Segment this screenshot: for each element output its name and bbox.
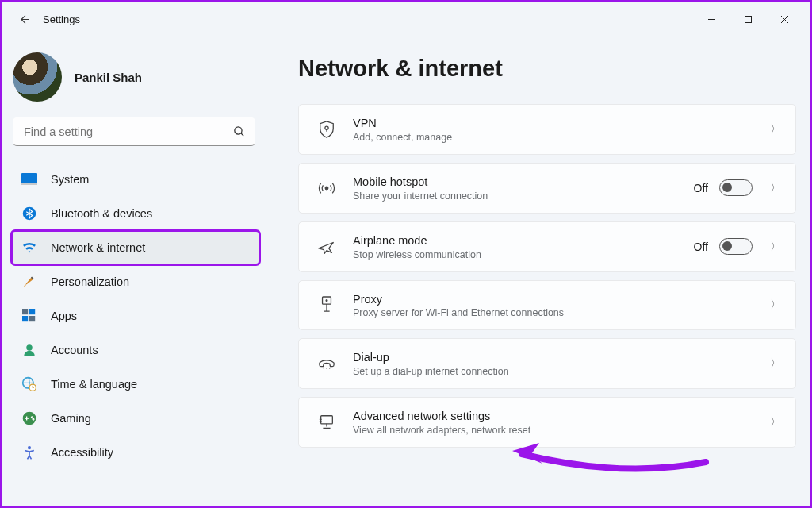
accessibility-icon bbox=[21, 444, 38, 461]
svg-rect-20 bbox=[321, 416, 333, 424]
globe-clock-icon bbox=[21, 375, 38, 393]
svg-point-19 bbox=[326, 300, 327, 302]
card-title: Advanced network settings bbox=[353, 409, 764, 424]
network-adapter-icon bbox=[313, 414, 340, 431]
sidebar-item-system[interactable]: System bbox=[13, 164, 259, 195]
sidebar-item-label: Bluetooth & devices bbox=[51, 207, 152, 220]
close-button[interactable] bbox=[766, 6, 802, 32]
back-arrow-icon bbox=[17, 13, 31, 26]
settings-card-list: VPN Add, connect, manage 〉 Mobile hotspo… bbox=[298, 104, 796, 448]
svg-rect-5 bbox=[21, 183, 37, 185]
page-title: Network & internet bbox=[298, 56, 796, 82]
card-title: Mobile hotspot bbox=[353, 175, 694, 190]
card-title: VPN bbox=[353, 116, 764, 131]
svg-point-11 bbox=[26, 344, 33, 351]
sidebar-item-label: Accounts bbox=[51, 344, 98, 356]
sidebar-item-label: Gaming bbox=[51, 412, 91, 425]
card-subtitle: Stop wireless communication bbox=[353, 249, 694, 260]
svg-rect-10 bbox=[29, 316, 35, 321]
sidebar-item-label: Personalization bbox=[51, 275, 129, 288]
minimize-button[interactable] bbox=[693, 6, 730, 32]
chevron-right-icon: 〉 bbox=[770, 181, 781, 195]
proxy-icon bbox=[313, 295, 340, 314]
hotspot-icon bbox=[313, 180, 340, 196]
chevron-right-icon: 〉 bbox=[770, 240, 781, 254]
chevron-right-icon: 〉 bbox=[770, 122, 781, 137]
sidebar-item-apps[interactable]: Apps bbox=[13, 300, 259, 332]
sidebar-item-personalization[interactable]: Personalization bbox=[13, 266, 259, 298]
card-subtitle: Set up a dial-up internet connection bbox=[353, 366, 764, 377]
sidebar-item-gaming[interactable]: Gaming bbox=[13, 402, 259, 434]
apps-icon bbox=[21, 307, 38, 325]
card-proxy[interactable]: Proxy Proxy server for Wi-Fi and Etherne… bbox=[298, 280, 796, 331]
toggle-state-label: Off bbox=[694, 182, 708, 194]
shield-icon bbox=[313, 120, 340, 139]
search-box[interactable] bbox=[13, 117, 255, 146]
dialup-icon bbox=[313, 356, 340, 371]
card-title: Airplane mode bbox=[353, 233, 694, 248]
svg-point-17 bbox=[325, 187, 328, 190]
hotspot-toggle[interactable] bbox=[719, 179, 753, 196]
sidebar-item-time-language[interactable]: Time & language bbox=[13, 368, 259, 400]
chevron-right-icon: 〉 bbox=[770, 356, 781, 371]
system-icon bbox=[21, 171, 38, 188]
sidebar-item-bluetooth[interactable]: Bluetooth & devices bbox=[13, 198, 259, 229]
sidebar-item-label: Network & internet bbox=[51, 241, 145, 254]
svg-point-14 bbox=[23, 412, 36, 425]
svg-line-3 bbox=[241, 133, 243, 136]
svg-rect-9 bbox=[22, 316, 28, 321]
sidebar-item-network[interactable]: Network & internet bbox=[13, 232, 259, 264]
chevron-right-icon: 〉 bbox=[770, 415, 781, 429]
card-subtitle: Share your internet connection bbox=[353, 190, 694, 202]
sidebar: Pankil Shah System Bluetooth & devices N… bbox=[2, 37, 265, 506]
card-subtitle: Add, connect, manage bbox=[353, 132, 764, 143]
card-mobile-hotspot[interactable]: Mobile hotspot Share your internet conne… bbox=[298, 163, 796, 214]
svg-point-15 bbox=[28, 446, 31, 449]
sidebar-item-label: System bbox=[51, 173, 89, 186]
user-profile[interactable]: Pankil Shah bbox=[13, 46, 259, 117]
card-advanced-network[interactable]: Advanced network settings View all netwo… bbox=[298, 397, 796, 448]
svg-point-2 bbox=[235, 127, 242, 134]
search-input[interactable] bbox=[13, 117, 255, 146]
card-title: Dial-up bbox=[353, 350, 764, 365]
window-controls bbox=[693, 6, 802, 32]
sidebar-item-accessibility[interactable]: Accessibility bbox=[13, 437, 259, 468]
accounts-icon bbox=[21, 341, 38, 359]
svg-rect-8 bbox=[29, 309, 35, 314]
titlebar: Settings bbox=[2, 2, 810, 37]
airplane-toggle[interactable] bbox=[719, 238, 753, 255]
chevron-right-icon: 〉 bbox=[770, 298, 781, 312]
maximize-button[interactable] bbox=[730, 6, 766, 32]
wifi-icon bbox=[21, 239, 38, 256]
svg-rect-4 bbox=[21, 173, 37, 183]
toggle-state-label: Off bbox=[694, 241, 708, 253]
paintbrush-icon bbox=[21, 273, 38, 291]
main-content: Network & internet VPN Add, connect, man… bbox=[265, 37, 810, 506]
sidebar-item-label: Accessibility bbox=[51, 446, 113, 459]
card-vpn[interactable]: VPN Add, connect, manage 〉 bbox=[298, 104, 796, 155]
sidebar-item-label: Apps bbox=[51, 310, 77, 322]
svg-rect-7 bbox=[22, 309, 28, 314]
sidebar-item-accounts[interactable]: Accounts bbox=[13, 334, 259, 366]
gaming-icon bbox=[21, 410, 38, 427]
svg-rect-1 bbox=[745, 16, 751, 22]
card-title: Proxy bbox=[353, 292, 764, 307]
bluetooth-icon bbox=[21, 205, 38, 222]
card-subtitle: View all network adapters, network reset bbox=[353, 425, 764, 436]
card-dialup[interactable]: Dial-up Set up a dial-up internet connec… bbox=[298, 338, 796, 389]
airplane-icon bbox=[313, 238, 340, 256]
card-airplane-mode[interactable]: Airplane mode Stop wireless communicatio… bbox=[298, 221, 796, 272]
window-title: Settings bbox=[43, 13, 80, 25]
avatar bbox=[13, 52, 62, 102]
sidebar-item-label: Time & language bbox=[51, 378, 137, 391]
back-button[interactable] bbox=[10, 5, 38, 33]
user-name: Pankil Shah bbox=[75, 71, 142, 84]
nav-list: System Bluetooth & devices Network & int… bbox=[13, 164, 259, 468]
search-icon bbox=[232, 125, 246, 141]
svg-point-16 bbox=[325, 126, 328, 129]
card-subtitle: Proxy server for Wi-Fi and Ethernet conn… bbox=[353, 307, 764, 318]
